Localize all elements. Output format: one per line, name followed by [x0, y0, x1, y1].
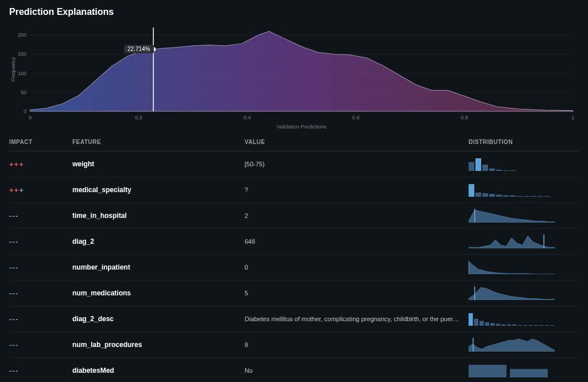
explanations-table: IMPACT FEATURE VALUE DISTRIBUTION +++wei…	[9, 135, 579, 382]
svg-rect-23	[489, 169, 495, 171]
svg-text:0: 0	[24, 108, 26, 114]
impact-indicator: +++	[9, 160, 72, 169]
svg-rect-38	[544, 196, 550, 197]
impact-indicator: ---	[9, 341, 72, 349]
impact-indicator: ---	[9, 367, 72, 375]
table-row[interactable]: ---diabetesMedNo	[9, 358, 579, 382]
svg-text:0.2: 0.2	[135, 115, 142, 120]
svg-rect-57	[545, 325, 550, 326]
svg-rect-25	[503, 170, 509, 171]
feature-value: Diabetes mellitus of mother, complicatin…	[245, 315, 469, 322]
feature-value: 0	[245, 264, 469, 271]
svg-rect-43	[469, 313, 473, 326]
svg-rect-45	[479, 321, 484, 326]
feature-value: [50-75)	[245, 161, 469, 167]
svg-rect-50	[507, 325, 512, 326]
svg-text:200: 200	[18, 32, 26, 38]
distribution-sparkline	[469, 235, 555, 248]
svg-text:50: 50	[21, 89, 26, 95]
distribution-sparkline	[469, 183, 555, 197]
svg-rect-56	[540, 325, 544, 326]
feature-name: diag_2_desc	[72, 315, 245, 323]
table-header: IMPACT FEATURE VALUE DISTRIBUTION	[9, 135, 579, 151]
distribution-sparkline	[469, 157, 555, 171]
feature-value: ?	[245, 186, 469, 193]
svg-text:150: 150	[18, 52, 26, 57]
svg-rect-28	[475, 193, 481, 197]
distribution-sparkline	[469, 312, 555, 326]
svg-point-17	[151, 47, 156, 52]
feature-value: 648	[245, 238, 469, 245]
feature-value: 8	[245, 341, 469, 348]
svg-rect-33	[510, 196, 516, 197]
svg-rect-55	[534, 325, 539, 326]
svg-rect-47	[490, 323, 495, 326]
th-distribution: DISTRIBUTION	[469, 139, 560, 145]
density-chart[interactable]: 05010015020000.20.40.60.81Validation Pre…	[9, 22, 579, 131]
svg-rect-21	[475, 158, 481, 171]
svg-rect-22	[482, 165, 488, 171]
svg-rect-48	[496, 323, 501, 326]
svg-rect-49	[501, 325, 506, 326]
table-row[interactable]: ---diag_2648	[9, 229, 579, 255]
page-title: Prediction Explanations	[9, 7, 579, 17]
distribution-sparkline	[469, 260, 555, 274]
distribution-sparkline	[469, 209, 555, 223]
svg-text:Frequency: Frequency	[10, 57, 16, 81]
table-row[interactable]: ---num_medications5	[9, 280, 579, 306]
feature-name: diag_2	[72, 237, 245, 245]
table-row[interactable]: ---diag_2_descDiabetes mellitus of mothe…	[9, 306, 579, 332]
svg-rect-60	[469, 365, 506, 377]
svg-rect-51	[512, 325, 517, 326]
svg-text:1: 1	[571, 115, 574, 120]
table-row[interactable]: +++medical_specialty?	[9, 177, 579, 203]
feature-value: 5	[245, 290, 469, 297]
svg-rect-32	[503, 196, 509, 197]
impact-indicator: +++	[9, 186, 72, 194]
svg-rect-53	[523, 325, 528, 326]
feature-name: time_in_hospital	[72, 212, 245, 220]
svg-rect-34	[517, 196, 523, 197]
impact-indicator: ---	[9, 289, 72, 298]
svg-text:0.4: 0.4	[243, 115, 251, 120]
table-row[interactable]: ---time_in_hospital2	[9, 203, 579, 229]
svg-rect-29	[482, 193, 488, 197]
svg-rect-37	[537, 196, 543, 197]
feature-name: diabetesMed	[72, 367, 245, 375]
feature-name: weight	[72, 160, 245, 168]
impact-indicator: ---	[9, 263, 72, 272]
feature-name: num_medications	[72, 289, 245, 297]
svg-rect-61	[510, 369, 548, 377]
svg-rect-44	[474, 319, 479, 326]
svg-rect-58	[551, 325, 555, 326]
svg-rect-54	[529, 325, 533, 326]
distribution-sparkline	[469, 364, 555, 377]
svg-text:0.8: 0.8	[461, 115, 468, 120]
th-value: VALUE	[245, 139, 469, 145]
svg-text:0.6: 0.6	[352, 115, 359, 120]
svg-text:100: 100	[18, 71, 26, 76]
svg-rect-24	[496, 170, 502, 171]
svg-text:0: 0	[29, 115, 32, 120]
th-impact: IMPACT	[9, 139, 72, 145]
feature-value: 2	[245, 212, 469, 219]
svg-rect-27	[469, 184, 474, 197]
feature-value: No	[245, 367, 469, 374]
feature-name: medical_specialty	[72, 186, 245, 194]
distribution-sparkline	[469, 286, 555, 300]
svg-rect-46	[485, 322, 490, 326]
table-row[interactable]: +++weight[50-75)	[9, 151, 579, 177]
svg-rect-36	[531, 196, 536, 197]
svg-rect-52	[518, 325, 523, 326]
svg-rect-20	[469, 162, 474, 171]
distribution-sparkline	[469, 338, 555, 352]
svg-rect-31	[496, 194, 502, 197]
feature-name: num_lab_procedures	[72, 341, 245, 349]
table-row[interactable]: ---number_inpatient0	[9, 255, 579, 280]
impact-indicator: ---	[9, 237, 72, 246]
svg-rect-26	[510, 170, 516, 171]
impact-indicator: ---	[9, 315, 72, 323]
feature-name: number_inpatient	[72, 263, 245, 271]
table-row[interactable]: ---num_lab_procedures8	[9, 332, 579, 358]
th-feature: FEATURE	[72, 139, 245, 145]
